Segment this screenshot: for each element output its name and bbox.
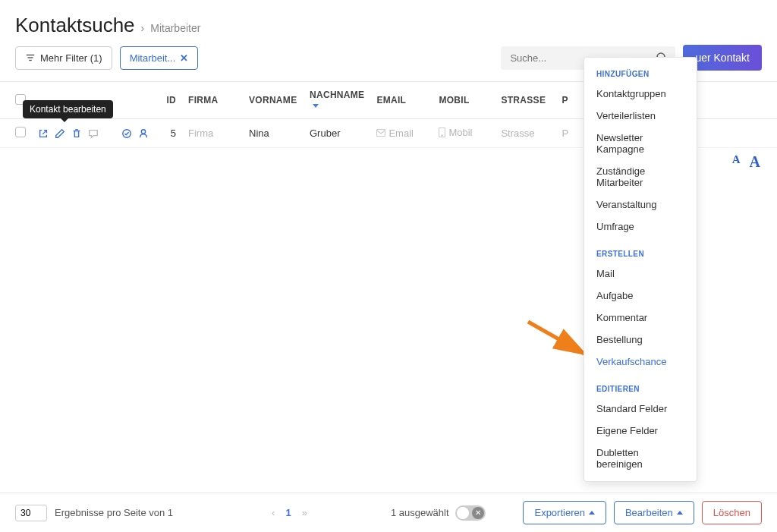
menu-item-bestellung[interactable]: Bestellung (584, 329, 697, 351)
menu-item-umfrage[interactable]: Umfrage (584, 216, 697, 238)
page-size-input[interactable] (15, 505, 47, 521)
menu-item-mitarbeiter[interactable]: Zuständige Mitarbeiter (584, 160, 697, 194)
svg-line-10 (528, 322, 584, 354)
caret-up-icon (677, 511, 683, 515)
menu-item-veranstaltung[interactable]: Veranstaltung (584, 194, 697, 216)
dropdown-section-hinzufuegen: HINZUFÜGEN (584, 65, 697, 83)
selection-toggle[interactable] (455, 505, 486, 521)
caret-up-icon (589, 511, 595, 515)
pagination-prev[interactable]: ‹ (272, 507, 275, 518)
cell-nachname: Gruber (304, 119, 370, 148)
font-size-controls: A A (732, 153, 760, 171)
results-per-page-label: Ergebnisse pro Seite von 1 (55, 507, 173, 518)
th-email[interactable]: EMAIL (370, 82, 433, 119)
filter-chip-label: Mitarbeit... (130, 52, 176, 64)
menu-item-eigene-felder[interactable]: Eigene Felder (584, 420, 697, 442)
filter-lines-icon (25, 52, 36, 63)
th-vorname[interactable]: VORNAME (243, 82, 304, 119)
task-icon[interactable] (121, 128, 132, 139)
cell-mobil-placeholder[interactable]: Mobil (439, 127, 472, 138)
th-nachname[interactable]: NACHNAME (304, 82, 370, 119)
menu-item-verkaufschance[interactable]: Verkaufschance (584, 351, 697, 373)
breadcrumb-separator: › (141, 22, 145, 34)
mail-icon (376, 129, 385, 137)
mobile-icon (439, 127, 445, 137)
th-id[interactable]: ID (155, 82, 182, 119)
menu-item-kontaktgruppen[interactable]: Kontaktgruppen (584, 83, 697, 105)
menu-item-verteilerlisten[interactable]: Verteilerlisten (584, 105, 697, 127)
edit-button[interactable]: Bearbeiten (614, 501, 694, 524)
filter-chip-mitarbeiter[interactable]: Mitarbeit... ✕ (120, 46, 199, 70)
cell-id: 5 (155, 119, 182, 148)
comment-icon[interactable] (88, 128, 99, 139)
delete-icon[interactable] (71, 128, 82, 139)
svg-rect-7 (377, 130, 385, 137)
font-decrease-button[interactable]: A (732, 153, 741, 171)
pagination-next[interactable]: » (302, 507, 307, 518)
delete-button[interactable]: Löschen (702, 501, 762, 524)
cell-strasse-placeholder[interactable]: Strasse (501, 127, 534, 139)
edit-icon[interactable] (55, 128, 65, 139)
close-icon[interactable]: ✕ (180, 52, 188, 64)
more-filter-button[interactable]: Mehr Filter (1) (15, 46, 112, 70)
th-strasse[interactable]: STRASSE (495, 82, 555, 119)
svg-point-6 (141, 129, 145, 133)
menu-item-standard-felder[interactable]: Standard Felder (584, 398, 697, 420)
th-mobil[interactable]: MOBIL (433, 82, 495, 119)
row-checkbox[interactable] (15, 127, 26, 137)
dropdown-section-erstellen: ERSTELLEN (584, 245, 697, 263)
font-increase-button[interactable]: A (750, 153, 760, 171)
menu-item-newsletter[interactable]: Newsletter Kampagne (584, 127, 697, 160)
dropdown-section-editieren: EDITIEREN (584, 380, 697, 398)
pagination: ‹ 1 » (272, 507, 307, 518)
menu-item-mail[interactable]: Mail (584, 263, 697, 285)
page-title: Kontaktsuche (15, 14, 135, 37)
tooltip-edit-contact: Kontakt bearbeiten (23, 100, 113, 118)
th-firma[interactable]: FIRMA (182, 82, 243, 119)
more-filter-label: Mehr Filter (1) (40, 52, 102, 64)
cell-plz-placeholder[interactable]: P (562, 127, 568, 139)
cell-vorname: Nina (243, 119, 304, 148)
export-button[interactable]: Exportieren (523, 501, 606, 524)
edit-dropdown-menu: HINZUFÜGEN Kontaktgruppen Verteilerliste… (584, 57, 697, 482)
selected-count-label: 1 ausgewählt (391, 507, 449, 518)
breadcrumb-item[interactable]: Mitarbeiter (150, 22, 200, 34)
menu-item-dubletten[interactable]: Dubletten bereinigen (584, 442, 697, 475)
svg-point-9 (442, 135, 442, 136)
menu-item-aufgabe[interactable]: Aufgabe (584, 285, 697, 307)
pagination-page-1[interactable]: 1 (285, 507, 291, 518)
cell-firma-placeholder[interactable]: Firma (188, 127, 213, 139)
cell-email-placeholder[interactable]: Email (376, 127, 414, 139)
menu-item-kommentar[interactable]: Kommentar (584, 307, 697, 329)
person-icon[interactable] (138, 128, 149, 139)
open-external-icon[interactable] (38, 128, 49, 139)
